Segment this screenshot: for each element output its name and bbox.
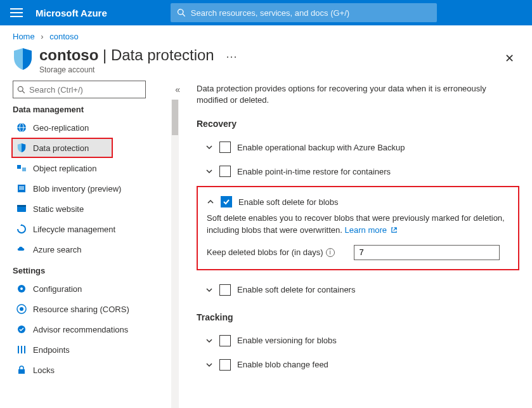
sidebar-scrollbar[interactable] xyxy=(171,100,179,408)
option-pit-restore: Enable point-in-time restore for contain… xyxy=(197,159,519,183)
svg-rect-2 xyxy=(17,165,21,169)
svg-rect-3 xyxy=(22,168,26,171)
cors-icon xyxy=(16,304,27,314)
sidebar-item-label: Endpoints xyxy=(33,345,70,355)
info-icon[interactable]: i xyxy=(326,248,335,257)
sidebar-item-cors[interactable]: Resource sharing (CORS) xyxy=(13,299,170,319)
sidebar-item-endpoints[interactable]: Endpoints xyxy=(13,339,170,360)
hamburger-menu-icon[interactable] xyxy=(10,8,23,17)
option-label: Enable soft delete for blobs xyxy=(238,197,339,207)
option-change-feed: Enable blob change feed xyxy=(197,353,519,377)
sidebar-item-label: Static website xyxy=(33,204,84,214)
svg-rect-16 xyxy=(24,346,25,353)
option-label: Enable versioning for blobs xyxy=(237,336,337,345)
endpoints-icon xyxy=(16,345,27,355)
sidebar-item-label: Azure search xyxy=(33,245,82,254)
tracking-heading: Tracking xyxy=(197,312,519,322)
globe-icon xyxy=(16,122,27,133)
page-subtitle: Storage account xyxy=(39,65,500,74)
page-header: contoso | Data protection ⋯ Storage acco… xyxy=(0,46,532,81)
sidebar-item-label: Blob inventory (preview) xyxy=(33,184,121,194)
page-title: contoso | Data protection ⋯ xyxy=(39,46,500,64)
breadcrumb-home[interactable]: Home xyxy=(13,32,35,41)
svg-rect-8 xyxy=(17,205,26,207)
scrollbar-thumb[interactable] xyxy=(172,100,178,135)
lifecycle-icon xyxy=(16,224,27,234)
option-operational-backup: Enable operational backup with Azure Bac… xyxy=(197,135,519,159)
recovery-heading: Recovery xyxy=(197,119,519,129)
keep-deleted-days-field: Keep deleted blobs for (in days) i xyxy=(202,245,512,260)
sidebar-item-label: Object replication xyxy=(33,164,96,173)
chevron-down-icon[interactable] xyxy=(205,361,213,369)
collapse-sidebar-icon[interactable]: « xyxy=(175,84,178,95)
svg-rect-14 xyxy=(18,346,19,353)
option-label: Enable soft delete for containers xyxy=(237,285,355,294)
search-icon xyxy=(177,8,186,17)
external-link-icon xyxy=(391,227,398,234)
keep-deleted-days-input[interactable] xyxy=(354,245,500,260)
replication-icon xyxy=(16,163,27,173)
svg-rect-6 xyxy=(19,188,24,190)
chevron-down-icon[interactable] xyxy=(205,143,213,151)
svg-point-10 xyxy=(20,287,23,290)
sidebar-item-label: Geo-replication xyxy=(33,123,89,133)
svg-rect-5 xyxy=(19,187,24,188)
checkbox-versioning[interactable] xyxy=(219,335,231,346)
chevron-down-icon[interactable] xyxy=(205,168,213,175)
chevron-down-icon[interactable] xyxy=(205,286,213,294)
sidebar-item-geo-replication[interactable]: Geo-replication xyxy=(13,117,170,138)
global-search[interactable] xyxy=(171,3,437,22)
cloud-search-icon xyxy=(16,244,27,254)
chevron-down-icon[interactable] xyxy=(205,337,213,345)
option-versioning: Enable versioning for blobs xyxy=(197,329,519,353)
checkbox-operational-backup[interactable] xyxy=(219,141,231,153)
sidebar-item-label: Locks xyxy=(33,365,55,375)
breadcrumb-contoso[interactable]: contoso xyxy=(49,32,79,41)
sidebar-section-settings: Settings xyxy=(13,266,170,275)
sidebar-item-lifecycle-management[interactable]: Lifecycle management xyxy=(13,219,170,239)
option-soft-delete-blobs: Enable soft delete for blobs xyxy=(202,192,512,211)
intro-text: Data protection provides options for rec… xyxy=(197,83,519,106)
sidebar-item-label: Lifecycle management xyxy=(33,225,115,234)
breadcrumb-separator: › xyxy=(41,32,43,41)
close-button[interactable]: ✕ xyxy=(500,49,519,68)
website-icon xyxy=(16,204,27,214)
checkbox-pit-restore[interactable] xyxy=(219,166,231,177)
svg-point-12 xyxy=(20,307,23,311)
main-content: Data protection provides options for rec… xyxy=(178,81,532,408)
sidebar-item-object-replication[interactable]: Object replication xyxy=(13,158,170,178)
sidebar-item-static-website[interactable]: Static website xyxy=(13,199,170,219)
more-actions-icon[interactable]: ⋯ xyxy=(226,50,238,63)
learn-more-link[interactable]: Learn more xyxy=(345,225,398,235)
option-label: Enable point-in-time restore for contain… xyxy=(237,167,391,176)
shield-icon xyxy=(13,48,33,70)
sidebar: « Data management Geo-replication Data p… xyxy=(13,81,178,408)
brand-name: Microsoft Azure xyxy=(36,8,107,18)
top-bar: Microsoft Azure xyxy=(0,0,532,25)
sidebar-item-locks[interactable]: Locks xyxy=(13,360,170,380)
checkbox-soft-delete-containers[interactable] xyxy=(219,284,231,296)
sidebar-item-label: Advisor recommendations xyxy=(33,325,128,334)
sidebar-item-azure-search[interactable]: Azure search xyxy=(13,239,170,260)
sidebar-item-configuration[interactable]: Configuration xyxy=(13,279,170,299)
option-soft-delete-containers: Enable soft delete for containers xyxy=(197,278,519,302)
sidebar-item-advisor[interactable]: Advisor recommendations xyxy=(13,319,170,339)
breadcrumb: Home › contoso xyxy=(0,25,532,46)
sidebar-item-blob-inventory[interactable]: Blob inventory (preview) xyxy=(13,178,170,199)
checkbox-change-feed[interactable] xyxy=(219,359,231,371)
gear-icon xyxy=(16,284,27,294)
sidebar-item-label: Data protection xyxy=(33,143,89,153)
sidebar-item-label: Resource sharing (CORS) xyxy=(33,305,129,314)
checkbox-soft-delete-blobs[interactable] xyxy=(221,196,232,207)
sidebar-section-data-management: Data management xyxy=(13,105,170,114)
global-search-input[interactable] xyxy=(191,8,431,18)
sidebar-item-data-protection[interactable]: Data protection xyxy=(11,138,113,158)
advisor-icon xyxy=(16,324,27,334)
sidebar-search[interactable] xyxy=(13,81,146,98)
option-soft-delete-blobs-expanded: Enable soft delete for blobs Soft delete… xyxy=(197,186,519,270)
option-label: Enable operational backup with Azure Bac… xyxy=(237,143,405,152)
chevron-up-icon[interactable] xyxy=(207,198,214,206)
sidebar-search-input[interactable] xyxy=(29,85,141,95)
field-label: Keep deleted blobs for (in days) xyxy=(207,247,323,257)
search-icon xyxy=(17,86,25,94)
